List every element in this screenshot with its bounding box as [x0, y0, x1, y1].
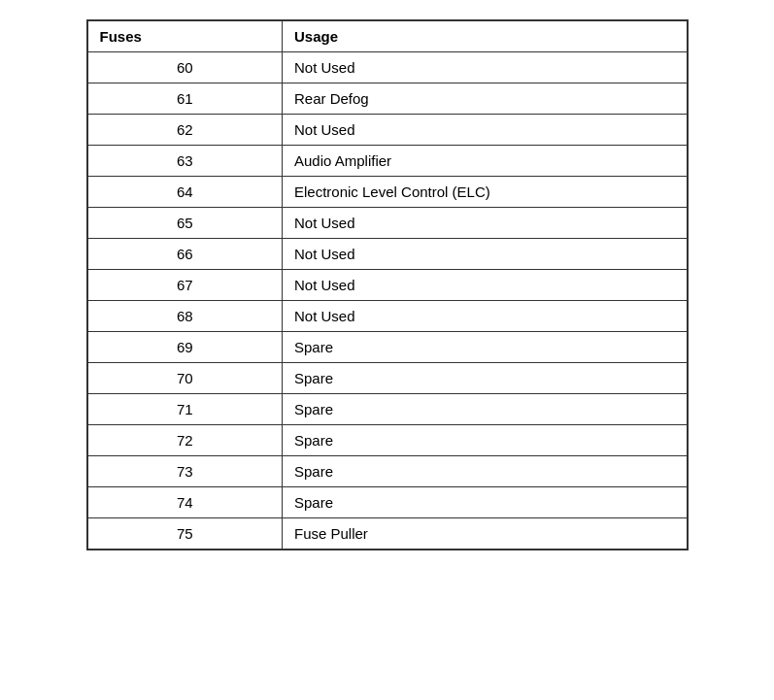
fuse-usage: Fuse Puller [283, 518, 687, 550]
table-row: 61Rear Defog [88, 83, 687, 115]
fuse-number: 61 [88, 83, 283, 115]
fuse-number: 69 [88, 332, 283, 363]
fuse-usage: Not Used [283, 208, 687, 239]
fuse-number: 71 [88, 394, 283, 425]
fuse-usage: Not Used [283, 115, 687, 146]
fuse-usage: Spare [283, 332, 687, 363]
fuse-number: 66 [88, 239, 283, 270]
table-row: 66Not Used [88, 239, 687, 270]
table-row: 75Fuse Puller [88, 518, 687, 550]
fuse-usage: Spare [283, 456, 687, 487]
fuse-usage: Spare [283, 363, 687, 394]
table-row: 67Not Used [88, 270, 687, 301]
fuse-usage: Not Used [283, 270, 687, 301]
table-row: 74Spare [88, 487, 687, 518]
table-row: 62Not Used [88, 115, 687, 146]
table-row: 73Spare [88, 456, 687, 487]
fuse-usage: Not Used [283, 239, 687, 270]
fuse-usage: Not Used [283, 301, 687, 332]
fuse-usage: Spare [283, 425, 687, 456]
table-row: 64Electronic Level Control (ELC) [88, 177, 687, 208]
table-row: 71Spare [88, 394, 687, 425]
fuse-number: 73 [88, 456, 283, 487]
table-row: 70Spare [88, 363, 687, 394]
fuse-table-wrapper: Fuses Usage 60Not Used61Rear Defog62Not … [86, 19, 689, 550]
fuse-number: 63 [88, 146, 283, 177]
fuse-number: 74 [88, 487, 283, 518]
fuse-number: 68 [88, 301, 283, 332]
table-row: 69Spare [88, 332, 687, 363]
fuse-number: 65 [88, 208, 283, 239]
fuse-usage: Rear Defog [283, 83, 687, 115]
fuse-number: 72 [88, 425, 283, 456]
fuse-usage: Spare [283, 394, 687, 425]
table-row: 68Not Used [88, 301, 687, 332]
table-row: 60Not Used [88, 52, 687, 83]
fuse-number: 62 [88, 115, 283, 146]
fuse-table: Fuses Usage 60Not Used61Rear Defog62Not … [88, 21, 687, 549]
fuse-number: 70 [88, 363, 283, 394]
table-row: 65Not Used [88, 208, 687, 239]
fuse-number: 75 [88, 518, 283, 550]
fuse-usage: Audio Amplifier [283, 146, 687, 177]
fuse-usage: Spare [283, 487, 687, 518]
header-usage: Usage [283, 21, 687, 52]
fuse-usage: Electronic Level Control (ELC) [283, 177, 687, 208]
table-row: 63Audio Amplifier [88, 146, 687, 177]
fuse-number: 67 [88, 270, 283, 301]
table-row: 72Spare [88, 425, 687, 456]
header-fuses: Fuses [88, 21, 283, 52]
fuse-number: 64 [88, 177, 283, 208]
table-header-row: Fuses Usage [88, 21, 687, 52]
fuse-usage: Not Used [283, 52, 687, 83]
fuse-number: 60 [88, 52, 283, 83]
